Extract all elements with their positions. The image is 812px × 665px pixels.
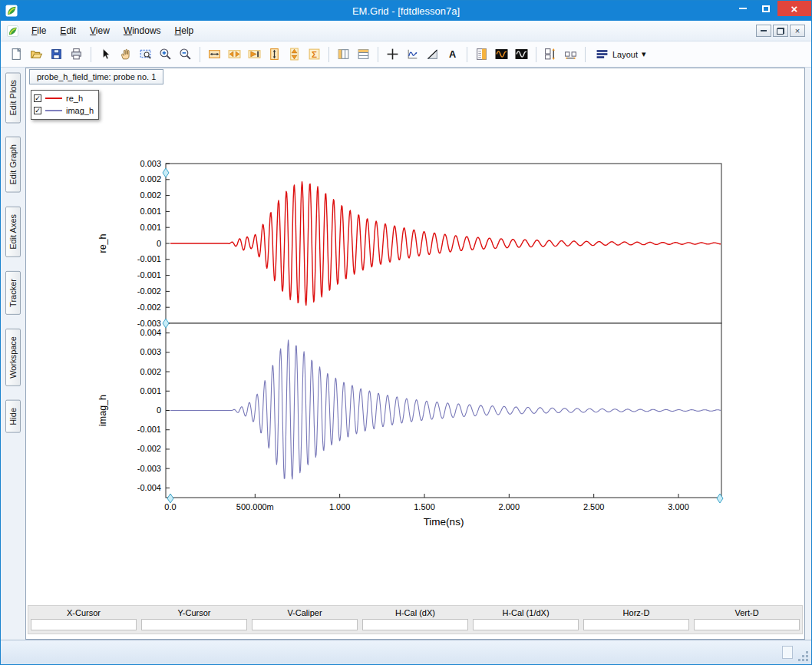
maximize-icon xyxy=(762,5,770,12)
waveform-light-button[interactable] xyxy=(512,45,531,64)
legend-entry[interactable]: ✓imag_h xyxy=(34,104,94,117)
select-cursor-button[interactable] xyxy=(96,45,115,64)
row-view-icon xyxy=(357,48,370,61)
resize-grip-icon[interactable] xyxy=(797,650,808,661)
legend-checkbox[interactable]: ✓ xyxy=(34,107,41,114)
column-view-button[interactable] xyxy=(334,45,353,64)
fit-vertical-button[interactable] xyxy=(265,45,284,64)
zoom-window-button[interactable] xyxy=(136,45,155,64)
scroll-horizontal-button[interactable] xyxy=(225,45,244,64)
mdi-window-controls: × xyxy=(756,25,805,37)
plot-tab[interactable]: probe_h_field_time: probe no. 1 xyxy=(29,69,163,84)
mdi-minimize-icon xyxy=(761,30,767,31)
mdi-minimize-button[interactable] xyxy=(756,25,771,37)
vertical-marker-button[interactable] xyxy=(541,45,560,64)
text-label-button[interactable]: A xyxy=(443,45,462,64)
status-panel xyxy=(782,646,793,659)
svg-text:0.003: 0.003 xyxy=(140,347,161,356)
menu: FileEditViewWindowsHelp xyxy=(25,22,200,39)
readout-field[interactable] xyxy=(31,619,137,630)
toolbar-separator xyxy=(91,47,91,62)
readout-field[interactable] xyxy=(362,619,468,630)
scroll-vertical-button[interactable] xyxy=(285,45,304,64)
pan-hand-icon xyxy=(119,48,132,61)
document-area: probe_h_field_time: probe no. 1 ✓re_h✓im… xyxy=(25,68,805,640)
sidebar-button[interactable]: Tracker xyxy=(5,271,21,315)
svg-text:0.001: 0.001 xyxy=(140,223,161,232)
report-page-button[interactable] xyxy=(472,45,491,64)
svg-text:1.000: 1.000 xyxy=(329,502,351,511)
minimize-button[interactable] xyxy=(731,1,754,16)
sidebar-button[interactable]: Edit Axes xyxy=(5,207,21,257)
open-folder-icon xyxy=(30,48,43,61)
svg-text:0.001: 0.001 xyxy=(140,386,161,395)
svg-text:imag_h: imag_h xyxy=(97,395,108,426)
horizontal-marker-button[interactable] xyxy=(561,45,580,64)
sum-sigma-button[interactable]: Σ xyxy=(305,45,324,64)
title-bar[interactable]: EM.Grid - [fdtdlesson7a] × xyxy=(1,1,811,21)
new-document-icon xyxy=(10,48,23,61)
waveform-dark-button[interactable] xyxy=(492,45,511,64)
new-document-button[interactable] xyxy=(7,45,26,64)
readout-field[interactable] xyxy=(141,619,247,630)
legend-label: imag_h xyxy=(66,106,94,115)
curve-probe-button[interactable] xyxy=(403,45,422,64)
save-button[interactable] xyxy=(47,45,66,64)
layout-icon xyxy=(596,48,609,61)
readout-column: Vert-D xyxy=(692,606,802,634)
menu-item[interactable]: Windows xyxy=(117,22,168,39)
readout-field[interactable] xyxy=(252,619,358,630)
chevron-down-icon: ▾ xyxy=(642,49,646,59)
sidebar-button[interactable]: Edit Graph xyxy=(5,137,21,193)
legend[interactable]: ✓re_h✓imag_h xyxy=(31,90,99,120)
slope-measure-button[interactable] xyxy=(423,45,442,64)
svg-text:-0.001: -0.001 xyxy=(137,425,161,434)
menu-item[interactable]: Help xyxy=(168,22,201,39)
zoom-window-icon xyxy=(139,48,152,61)
mdi-restore-button[interactable] xyxy=(773,25,788,37)
readout-label: X-Cursor xyxy=(28,606,139,619)
row-view-button[interactable] xyxy=(354,45,373,64)
sidebar-button[interactable]: Workspace xyxy=(5,329,21,386)
sidebar-button[interactable]: Hide xyxy=(5,400,21,433)
report-page-icon xyxy=(475,48,488,61)
legend-entry[interactable]: ✓re_h xyxy=(34,92,94,104)
fit-horizontal-icon xyxy=(208,48,221,61)
sum-sigma-icon: Σ xyxy=(308,48,321,61)
zoom-in-button[interactable] xyxy=(156,45,175,64)
svg-text:3.000: 3.000 xyxy=(668,502,689,511)
mdi-close-button[interactable]: × xyxy=(790,25,805,37)
open-folder-button[interactable] xyxy=(27,45,46,64)
fit-horizontal-button[interactable] xyxy=(205,45,224,64)
svg-text:Σ: Σ xyxy=(312,49,317,59)
close-button[interactable]: × xyxy=(777,1,811,16)
readout-label: V-Caliper xyxy=(249,606,360,619)
toolbar-separator xyxy=(585,47,586,62)
svg-text:-0.003: -0.003 xyxy=(137,319,161,328)
readout-field[interactable] xyxy=(694,619,800,630)
fit-vertical-icon xyxy=(268,48,281,61)
zoom-out-button[interactable] xyxy=(176,45,195,64)
zoom-in-icon xyxy=(159,48,172,61)
legend-checkbox[interactable]: ✓ xyxy=(34,94,41,102)
crosshair-button[interactable] xyxy=(383,45,402,64)
window-title: EM.Grid - [fdtdlesson7a] xyxy=(1,5,811,17)
plot-area[interactable]: 0.0030.0020.0020.0010.0010-0.001-0.001-0… xyxy=(26,68,804,640)
menu-item[interactable]: View xyxy=(83,22,117,39)
app-logo-icon xyxy=(5,4,21,18)
pan-hand-button[interactable] xyxy=(116,45,135,64)
sidebar-button[interactable]: Edit Plots xyxy=(5,72,21,123)
layout-button[interactable]: Layout ▾ xyxy=(590,45,652,64)
menu-item[interactable]: File xyxy=(25,22,53,39)
maximize-button[interactable] xyxy=(754,1,777,16)
readout-field[interactable] xyxy=(583,619,689,630)
document-icon xyxy=(7,25,20,37)
menu-item[interactable]: Edit xyxy=(53,22,83,39)
svg-text:Time(ns): Time(ns) xyxy=(424,516,464,528)
svg-text:-0.004: -0.004 xyxy=(137,483,161,492)
svg-text:0.002: 0.002 xyxy=(140,367,161,376)
print-button[interactable] xyxy=(67,45,86,64)
readout-field[interactable] xyxy=(473,619,579,630)
readout-column: H-Cal (dX) xyxy=(360,606,470,634)
snap-right-button[interactable] xyxy=(245,45,264,64)
